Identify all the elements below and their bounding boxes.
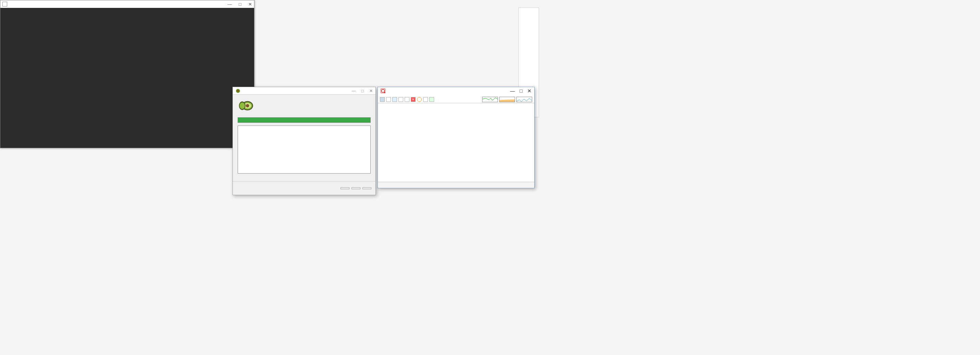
svg-marker-11 (500, 99, 515, 102)
svg-point-7 (240, 103, 245, 109)
minimize-icon[interactable]: — (510, 88, 515, 94)
titlebar[interactable]: — □ ✕ (0, 0, 254, 8)
back-button (340, 187, 349, 189)
close-icon[interactable]: ✕ (369, 89, 373, 93)
arangod-console-window[interactable]: — □ ✕ (0, 0, 255, 148)
svg-point-1 (237, 90, 239, 92)
svg-point-5 (246, 104, 249, 107)
cpu-graph[interactable] (482, 97, 498, 102)
close-icon[interactable]: ✕ (527, 88, 531, 94)
minimize-icon[interactable]: — (352, 89, 356, 93)
toolbar[interactable]: ✕ (378, 96, 534, 103)
dll-icon[interactable] (429, 97, 434, 102)
maximize-icon[interactable]: □ (361, 89, 364, 93)
progress-bar (238, 117, 371, 123)
commit-graph[interactable] (499, 97, 515, 102)
avocado-icon (238, 100, 253, 112)
process-explorer-window[interactable]: — □ ✕ ✕ (377, 87, 535, 188)
minimize-icon[interactable]: — (228, 2, 232, 7)
arangodb-setup-window[interactable]: — □ ✕ (232, 87, 376, 195)
titlebar[interactable]: — □ ✕ (378, 87, 534, 95)
close-icon[interactable]: ✕ (248, 2, 252, 7)
install-log[interactable] (238, 126, 371, 174)
statusbar (378, 182, 534, 188)
avocado-icon (235, 89, 240, 93)
properties-icon[interactable] (405, 97, 409, 102)
sysinfo-icon[interactable] (392, 97, 397, 102)
find-icon[interactable] (423, 97, 428, 102)
maximize-icon[interactable]: □ (239, 2, 242, 7)
titlebar[interactable]: — □ ✕ (233, 87, 375, 95)
next-button (352, 187, 360, 189)
app-icon (380, 89, 385, 93)
maximize-icon[interactable]: □ (520, 88, 523, 94)
tree-icon[interactable] (398, 97, 403, 102)
save-icon[interactable] (380, 97, 385, 102)
find-target-icon[interactable] (417, 97, 422, 102)
app-icon (2, 2, 7, 6)
io-graph[interactable] (516, 97, 532, 102)
kill-icon[interactable]: ✕ (411, 97, 415, 102)
refresh-icon[interactable] (386, 97, 391, 102)
cancel-button[interactable] (363, 187, 371, 189)
